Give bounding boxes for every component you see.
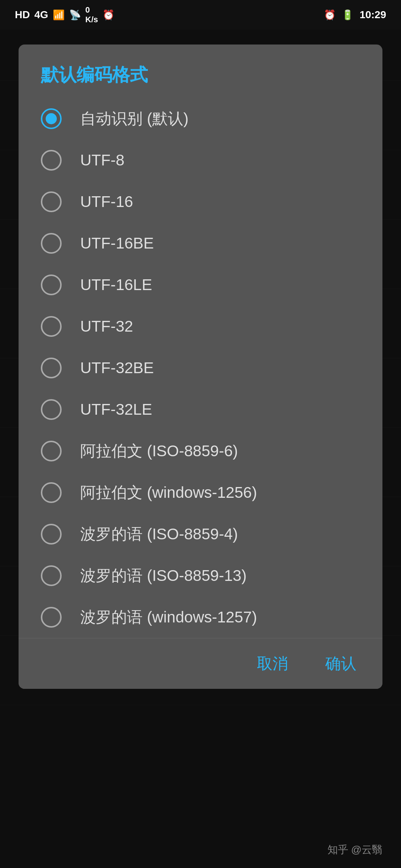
encoding-option-10[interactable]: 波罗的语 (ISO-8859-4) [19, 513, 382, 555]
encoding-option-5[interactable]: UTF-32 [19, 306, 382, 347]
signal-bars-icon: 📶 [53, 9, 65, 21]
confirm-button[interactable]: 确认 [318, 650, 364, 678]
radio-label-7: UTF-32LE [80, 401, 152, 418]
radio-label-8: 阿拉伯文 (ISO-8859-6) [80, 441, 238, 461]
radio-circle-11 [41, 565, 62, 586]
radio-label-2: UTF-16 [80, 193, 133, 211]
radio-label-6: UTF-32BE [80, 359, 154, 377]
radio-circle-7 [41, 399, 62, 420]
radio-circle-3 [41, 233, 62, 254]
status-bar: HD 4G 📶 📡 0K/s ⏰ ⏰ 🔋 10:29 [0, 0, 401, 30]
encoding-option-6[interactable]: UTF-32BE [19, 347, 382, 389]
network-speed: 0K/s [85, 5, 98, 25]
radio-label-5: UTF-32 [80, 318, 133, 335]
radio-circle-2 [41, 191, 62, 212]
radio-circle-1 [41, 150, 62, 171]
radio-label-4: UTF-16LE [80, 276, 152, 294]
encoding-dialog: 默认编码格式 自动识别 (默认)UTF-8UTF-16UTF-16BEUTF-1… [19, 45, 382, 689]
status-right: ⏰ 🔋 10:29 [324, 9, 386, 21]
radio-circle-0 [41, 108, 62, 129]
battery-icon: 🔋 [342, 9, 353, 21]
encoding-option-7[interactable]: UTF-32LE [19, 389, 382, 430]
radio-label-3: UTF-16BE [80, 234, 154, 252]
watermark: 知乎 @云翳 [327, 843, 382, 857]
encoding-option-3[interactable]: UTF-16BE [19, 223, 382, 264]
wifi-icon: 📡 [69, 9, 81, 21]
radio-circle-12 [41, 607, 62, 628]
encoding-options-list: 自动识别 (默认)UTF-8UTF-16UTF-16BEUTF-16LEUTF-… [19, 98, 382, 638]
encoding-option-12[interactable]: 波罗的语 (windows-1257) [19, 596, 382, 638]
encoding-option-9[interactable]: 阿拉伯文 (windows-1256) [19, 472, 382, 513]
alarm-right-icon: ⏰ [324, 9, 336, 21]
encoding-option-8[interactable]: 阿拉伯文 (ISO-8859-6) [19, 430, 382, 472]
dialog-actions: 取消 确认 [19, 638, 382, 689]
encoding-option-1[interactable]: UTF-8 [19, 139, 382, 181]
encoding-option-0[interactable]: 自动识别 (默认) [19, 98, 382, 139]
radio-circle-9 [41, 482, 62, 503]
dialog-title: 默认编码格式 [19, 45, 382, 98]
status-left: HD 4G 📶 📡 0K/s ⏰ [15, 5, 114, 25]
radio-circle-6 [41, 358, 62, 378]
radio-label-11: 波罗的语 (ISO-8859-13) [80, 565, 247, 586]
hd-badge: HD [15, 9, 30, 21]
encoding-option-4[interactable]: UTF-16LE [19, 264, 382, 306]
encoding-option-2[interactable]: UTF-16 [19, 181, 382, 223]
alarm-icon: ⏰ [102, 9, 114, 21]
radio-label-1: UTF-8 [80, 151, 124, 169]
radio-label-12: 波罗的语 (windows-1257) [80, 607, 257, 628]
radio-circle-4 [41, 274, 62, 295]
radio-circle-10 [41, 524, 62, 545]
encoding-option-11[interactable]: 波罗的语 (ISO-8859-13) [19, 555, 382, 596]
radio-circle-8 [41, 441, 62, 461]
time-display: 10:29 [359, 9, 386, 21]
radio-circle-5 [41, 316, 62, 337]
radio-label-0: 自动识别 (默认) [80, 108, 189, 129]
radio-label-10: 波罗的语 (ISO-8859-4) [80, 524, 238, 545]
signal-4g: 4G [34, 9, 48, 21]
radio-label-9: 阿拉伯文 (windows-1256) [80, 482, 257, 503]
cancel-button[interactable]: 取消 [250, 650, 296, 678]
